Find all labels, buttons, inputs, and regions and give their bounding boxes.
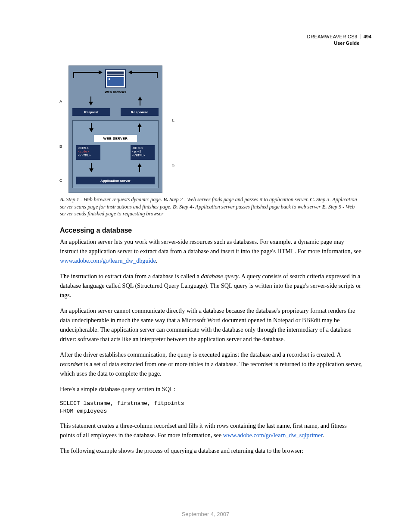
diagram-line [73,72,99,73]
code-block: SELECT lastname, firstname, fitpoints FR… [60,400,362,415]
diagram-label-d: D [172,164,175,168]
arrow-down-icon [89,123,93,132]
diagram-label-a: A [59,99,62,103]
diagram-label-b: B [59,144,62,149]
arrow-up-icon [137,163,142,172]
link-dbguide[interactable]: www.adobe.com/go/learn_dw_dbguide [60,257,156,264]
footer-date: September 4, 2007 [0,511,411,517]
paragraph: This statement creates a three-column re… [60,421,362,440]
paragraph: The following example shows the process … [60,446,362,455]
paragraph: An application server lets you work with… [60,237,362,265]
browser-icon [105,69,126,88]
diagram-label-e: E [172,118,174,122]
arrow-up-icon [138,96,142,106]
arrow-up-icon [137,123,142,132]
response-chip: Response [121,108,159,116]
page-header: DREAMWEAVER CS3 494 User Guide [307,34,371,47]
request-chip: Request [72,108,110,116]
section-heading: Accessing a database [60,227,132,234]
flow-diagram: Web browser Request Response WEB SERVER … [68,65,162,193]
html-code-chip: <HTML> <code> </HTML> [76,145,100,160]
html-code-chip: <HTML> <p>H1 </HTML> [131,145,155,160]
guide-subtitle: User Guide [307,40,371,47]
app-server-label: Application server [76,177,155,184]
paragraph: After the driver establishes communicati… [60,350,362,378]
paragraph: An application server cannot communicate… [60,306,362,344]
web-server-label: WEB SERVER [94,135,137,142]
diagram-container: A B C D E Web browser Request Response W… [60,65,167,193]
web-browser-label: Web browser [72,90,159,94]
diagram-label-c: C [59,178,62,183]
arrow-down-icon [89,163,93,172]
page-number: 494 [361,34,371,39]
body-text: An application server lets you work with… [60,237,362,461]
paragraph: Here's a simple database query written i… [60,384,362,394]
paragraph: The instruction to extract data from a d… [60,271,362,300]
product-name: DREAMWEAVER CS3 [307,34,358,39]
arrow-down-icon [89,96,93,106]
figure-caption: A. Step 1 - Web browser requests dynamic… [60,196,366,218]
diagram-line [132,72,158,73]
link-sqlprimer[interactable]: www.adobe.com/go/learn_dw_sqlprimer [223,432,323,439]
web-server-panel: WEB SERVER <HTML> <code> </HTML> <HTML> … [72,120,159,188]
